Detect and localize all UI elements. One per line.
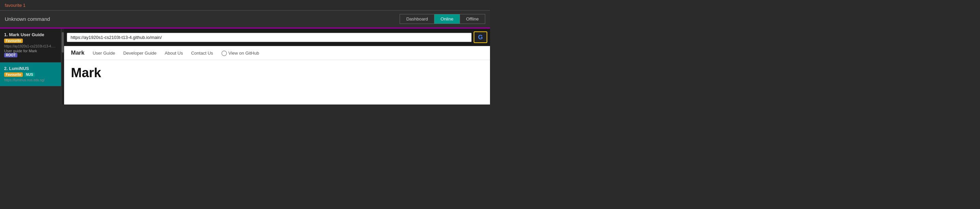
website-nav: Mark User Guide Developer Guide About Us…: [64, 46, 490, 60]
sidebar-item-1-favourite-badge: Favourite: [4, 38, 23, 43]
dashboard-button[interactable]: Dashboard: [400, 14, 434, 24]
sidebar-item-2-badges: Favourite NUS: [4, 72, 57, 77]
sidebar-scrollbar-thumb: [62, 32, 64, 53]
sidebar-item-1-desc: User guide for Mark: [4, 49, 57, 53]
website-heading: Mark: [71, 65, 483, 80]
sidebar-item-2-title: 2. LumiNUS: [4, 66, 57, 71]
command-message: Unknown command: [5, 16, 50, 22]
nav-contact-us[interactable]: Contact Us: [191, 51, 213, 56]
sidebar-item-2-favourite-badge: Favourite: [4, 72, 23, 77]
top-bar: favourite 1: [0, 0, 490, 11]
sidebar: 1. Mark User Guide Favourite https://ay1…: [0, 29, 61, 104]
nav-github-label: View on GitHub: [229, 51, 259, 56]
sidebar-item-1[interactable]: 1. Mark User Guide Favourite https://ay1…: [0, 29, 61, 62]
sidebar-item-2-nus-badge: NUS: [24, 72, 35, 77]
github-icon: ◯: [221, 50, 227, 56]
sidebar-item-1-badges: Favourite: [4, 38, 57, 43]
google-icon: G: [478, 34, 483, 41]
sidebar-item-2[interactable]: 2. LumiNUS Favourite NUS https://luminus…: [0, 62, 61, 86]
sidebar-item-1-root-badge-area: ROOT: [4, 53, 57, 57]
sidebar-scrollbar[interactable]: [61, 29, 64, 104]
command-buttons-group: Dashboard Online Offline: [399, 14, 485, 24]
sidebar-item-1-url: https://ay1920s1-cs2103t-t13-4.github.io…: [4, 45, 57, 48]
website-content: Mark: [64, 60, 490, 104]
browser-area: G Mark User Guide Developer Guide About …: [64, 29, 490, 104]
browser-url-bar: G: [64, 29, 490, 46]
url-input[interactable]: [67, 33, 472, 42]
google-button[interactable]: G: [474, 32, 487, 43]
online-button[interactable]: Online: [434, 14, 460, 24]
nav-user-guide[interactable]: User Guide: [93, 51, 115, 56]
offline-button[interactable]: Offline: [460, 14, 485, 24]
sidebar-item-1-root-badge: ROOT: [4, 53, 18, 57]
nav-about-us[interactable]: About Us: [165, 51, 183, 56]
main-area: 1. Mark User Guide Favourite https://ay1…: [0, 28, 490, 104]
nav-github[interactable]: ◯ View on GitHub: [221, 50, 259, 56]
sidebar-item-1-title: 1. Mark User Guide: [4, 32, 57, 37]
top-bar-title: favourite 1: [5, 3, 25, 8]
nav-developer-guide[interactable]: Developer Guide: [123, 51, 156, 56]
website-brand: Mark: [71, 49, 84, 56]
sidebar-item-2-url: https://luminus.nus.edu.sg/: [4, 78, 57, 82]
command-bar: Unknown command Dashboard Online Offline: [0, 11, 490, 28]
